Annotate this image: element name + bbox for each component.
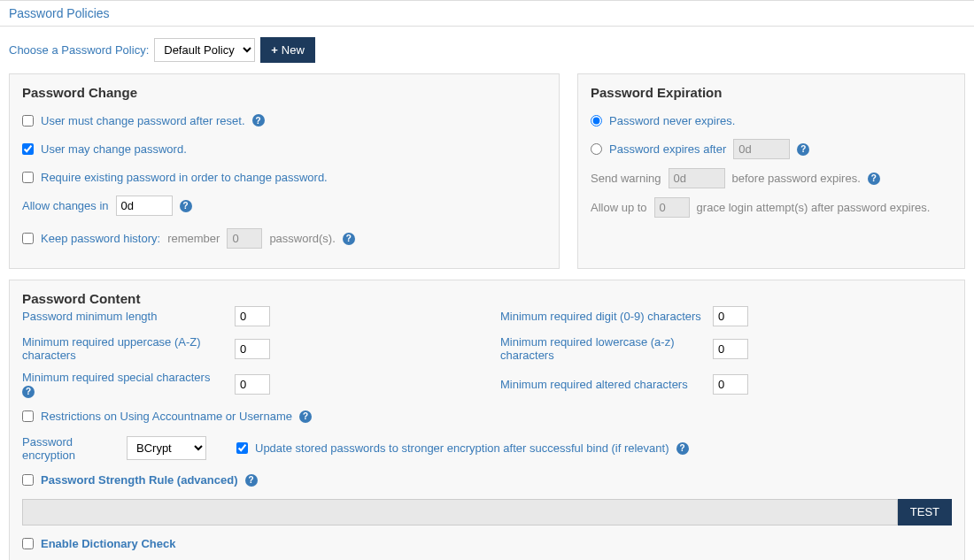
require-existing-checkbox[interactable]: [22, 172, 34, 183]
min-special-label: Minimum required special characters ?: [22, 371, 226, 398]
send-warning-suffix: before password expires.: [732, 172, 861, 185]
send-warning-label: Send warning: [591, 172, 661, 185]
enable-dict-checkbox[interactable]: [22, 538, 34, 549]
min-upper-input[interactable]: [235, 339, 270, 359]
choose-policy-label: Choose a Password Policy:: [9, 43, 149, 57]
password-change-heading: Password Change: [22, 85, 546, 100]
expires-after-input: [733, 139, 790, 159]
may-change-label: User may change password.: [41, 142, 187, 156]
page-title: Password Policies: [9, 6, 110, 20]
strength-rule-label: Password Strength Rule (advanced): [41, 473, 238, 487]
password-expiration-panel: Password Expiration Password never expir…: [577, 73, 965, 269]
password-content-heading: Password Content: [22, 291, 952, 306]
help-icon[interactable]: ?: [180, 200, 192, 212]
never-expires-label: Password never expires.: [609, 114, 735, 127]
password-expiration-heading: Password Expiration: [591, 85, 952, 100]
require-existing-label: Require existing password in order to ch…: [41, 171, 328, 184]
min-lower-label: Minimum required lowercase (a-z) charact…: [500, 335, 704, 362]
restrictions-checkbox[interactable]: [22, 410, 34, 422]
passwords-suffix: password(s).: [269, 232, 335, 245]
help-icon[interactable]: ?: [343, 233, 355, 245]
allow-changes-input[interactable]: [116, 196, 173, 216]
min-length-label: Password minimum length: [22, 310, 226, 323]
min-digit-input[interactable]: [713, 306, 748, 326]
encryption-label: Password encryption: [22, 435, 120, 462]
grace-input: [654, 197, 690, 218]
update-stored-label: Update stored passwords to stronger encr…: [255, 441, 669, 455]
password-content-panel: Password Content Password minimum length…: [9, 280, 965, 560]
enable-dict-label: Enable Dictionary Check: [41, 537, 175, 550]
never-expires-radio[interactable]: [591, 115, 602, 127]
may-change-checkbox[interactable]: [22, 143, 34, 155]
strength-rule-input: [22, 499, 898, 525]
expires-after-radio[interactable]: [591, 143, 602, 155]
password-change-panel: Password Change User must change passwor…: [9, 73, 560, 269]
help-icon[interactable]: ?: [797, 143, 809, 156]
restrictions-label: Restrictions on Using Accountname or Use…: [41, 410, 292, 423]
help-icon[interactable]: ?: [22, 386, 35, 398]
send-warning-input: [669, 168, 725, 188]
plus-icon: +: [271, 43, 278, 57]
test-button[interactable]: TEST: [898, 499, 952, 525]
min-upper-label: Minimum required uppercase (A-Z) charact…: [22, 335, 226, 362]
remember-label: remember: [167, 232, 220, 245]
must-change-label: User must change password after reset.: [41, 114, 245, 127]
help-icon[interactable]: ?: [299, 410, 312, 423]
min-special-input[interactable]: [235, 374, 270, 395]
remember-input: [227, 228, 262, 249]
must-change-checkbox[interactable]: [22, 115, 34, 127]
help-icon[interactable]: ?: [252, 114, 265, 127]
min-altered-label: Minimum required altered characters: [500, 378, 704, 391]
help-icon[interactable]: ?: [868, 173, 880, 185]
update-stored-checkbox[interactable]: [236, 442, 248, 454]
grace-suffix: grace login attempt(s) after password ex…: [697, 201, 931, 214]
min-lower-input[interactable]: [713, 339, 748, 359]
keep-history-checkbox[interactable]: [22, 233, 34, 244]
help-icon[interactable]: ?: [676, 442, 689, 455]
keep-history-label: Keep password history:: [41, 232, 160, 245]
expires-after-label: Password expires after: [609, 142, 726, 156]
min-digit-label: Minimum required digit (0-9) characters: [500, 310, 704, 323]
allow-up-to-label: Allow up to: [591, 201, 647, 214]
encryption-select[interactable]: BCrypt: [127, 436, 206, 460]
help-icon[interactable]: ?: [245, 474, 258, 487]
strength-rule-checkbox[interactable]: [22, 474, 34, 486]
policy-select[interactable]: Default Policy: [154, 38, 255, 62]
new-button[interactable]: + New: [260, 37, 315, 63]
min-length-input[interactable]: [235, 306, 270, 326]
min-altered-input[interactable]: [713, 374, 748, 395]
allow-changes-label: Allow changes in: [22, 199, 109, 212]
